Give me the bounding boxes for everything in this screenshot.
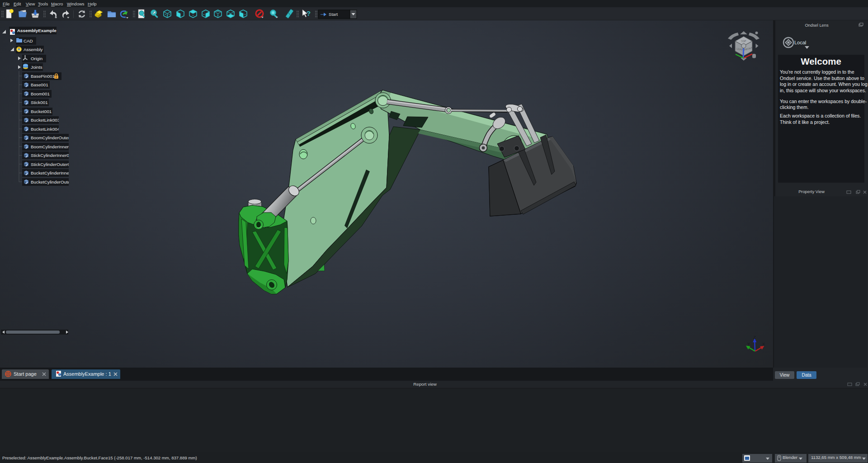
svg-text:X: X [762, 342, 765, 346]
svg-text:Z: Z [754, 335, 756, 340]
svg-text:?: ? [307, 9, 311, 17]
svg-text:Y: Y [747, 342, 750, 346]
svg-text:Start: Start [329, 12, 338, 17]
svg-text:TOP: TOP [741, 40, 746, 43]
